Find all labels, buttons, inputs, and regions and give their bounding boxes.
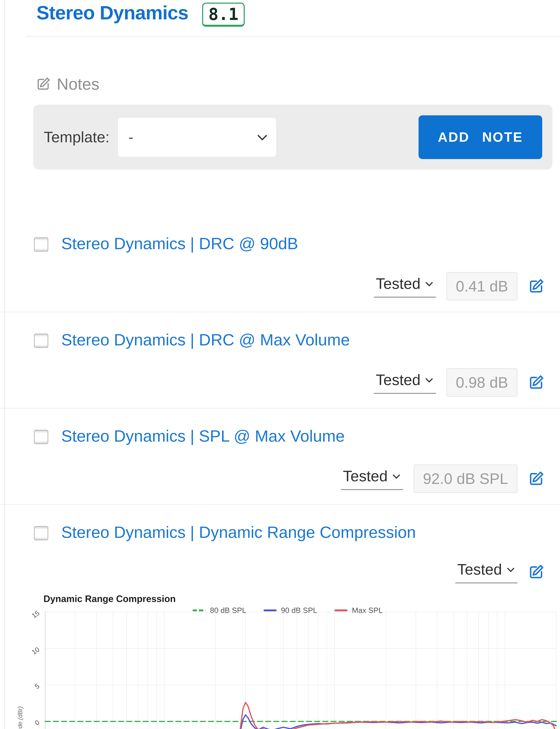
- table-row: Stereo Dynamics | SPL @ Max Volume Teste…: [0, 426, 560, 522]
- test-link[interactable]: Stereo Dynamics | DRC @ Max Volume: [61, 331, 350, 349]
- edit-note-icon: [36, 77, 51, 92]
- y-axis-title: Amplitude (dBr): [17, 706, 23, 729]
- svg-text:0: 0: [33, 718, 41, 727]
- result-value: 0.41 dB: [446, 272, 517, 301]
- add-note-button[interactable]: ADD NOTE: [419, 115, 542, 159]
- row-divider: [0, 504, 560, 505]
- section-header: Stereo Dynamics 8.1: [36, 2, 245, 27]
- chevron-down-icon: [507, 565, 515, 572]
- test-checkbox[interactable]: [34, 526, 48, 540]
- template-select[interactable]: -: [118, 118, 276, 157]
- status-select[interactable]: Tested: [374, 371, 436, 394]
- edit-result-icon[interactable]: [528, 471, 544, 487]
- status-select-value: Tested: [376, 275, 420, 292]
- test-link[interactable]: Stereo Dynamics | Dynamic Range Compress…: [61, 523, 416, 542]
- edit-result-icon[interactable]: [528, 278, 544, 295]
- svg-text:10: 10: [30, 646, 41, 656]
- drc-chart: Dynamic Range Compression 80 dB SPL90 dB…: [0, 590, 560, 729]
- edit-result-icon[interactable]: [528, 564, 544, 580]
- chevron-down-icon: [257, 131, 267, 140]
- header-divider: [26, 36, 560, 36]
- test-controls: Tested 0.98 dB: [374, 368, 544, 397]
- template-label: Template:: [44, 129, 110, 146]
- notes-header-label: Notes: [57, 75, 99, 94]
- test-link[interactable]: Stereo Dynamics | SPL @ Max Volume: [61, 426, 345, 445]
- result-value: 92.0 dB SPL: [414, 464, 517, 493]
- svg-text:5: 5: [33, 682, 41, 690]
- edit-result-icon[interactable]: [528, 374, 544, 391]
- status-select-value: Tested: [376, 371, 420, 388]
- page-title: Stereo Dynamics: [36, 2, 188, 24]
- row-divider: [0, 408, 560, 408]
- svg-text:15: 15: [30, 609, 41, 620]
- test-checkbox[interactable]: [34, 334, 48, 348]
- test-checkbox[interactable]: [34, 237, 48, 252]
- test-controls: Tested: [455, 561, 544, 583]
- template-toolbar: Template: - ADD NOTE: [33, 105, 552, 170]
- table-row: Stereo Dynamics | DRC @ 90dB Tested 0.41…: [0, 233, 560, 330]
- status-select[interactable]: Tested: [455, 561, 517, 583]
- test-link[interactable]: Stereo Dynamics | DRC @ 90dB: [61, 234, 298, 253]
- status-select[interactable]: Tested: [374, 275, 436, 298]
- test-bench-page: Stereo Dynamics 8.1 Notes Template: - AD…: [0, 0, 560, 729]
- status-select-value: Tested: [457, 561, 502, 578]
- score-badge: 8.1: [202, 3, 245, 27]
- table-row: Stereo Dynamics | DRC @ Max Volume Teste…: [0, 330, 560, 426]
- status-select-value: Tested: [343, 467, 388, 485]
- test-controls: Tested 0.41 dB: [374, 272, 544, 301]
- test-rows: Stereo Dynamics | DRC @ 90dB Tested 0.41…: [0, 233, 560, 618]
- test-controls: Tested 92.0 dB SPL: [341, 464, 544, 493]
- test-checkbox[interactable]: [34, 430, 48, 444]
- template-select-value: -: [128, 129, 133, 146]
- chart-plot: Low-BassMid-BassHigh-BassLow-MidMid-MidH…: [0, 590, 560, 729]
- result-value: 0.98 dB: [446, 368, 517, 397]
- row-divider: [0, 312, 560, 312]
- chevron-down-icon: [426, 375, 433, 382]
- chevron-down-icon: [426, 279, 433, 286]
- chevron-down-icon: [393, 471, 400, 479]
- status-select[interactable]: Tested: [341, 467, 403, 490]
- notes-header: Notes: [36, 75, 99, 94]
